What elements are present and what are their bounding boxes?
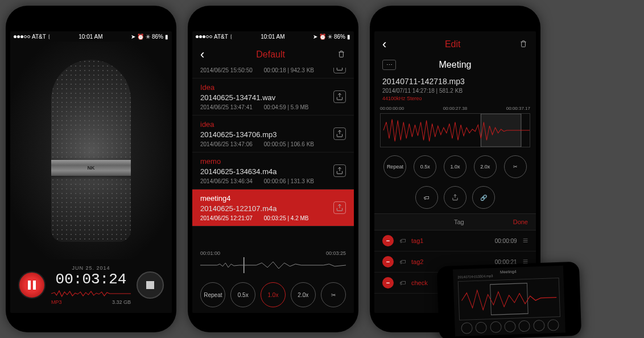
item-duration-size: 00:00:18 | 942.3 KB [264,68,314,73]
wave-time-start: 00:00:00:00 [380,106,404,111]
tag-button[interactable]: 🏷 [415,186,438,209]
repeat-button[interactable]: Repeat [383,155,406,178]
signal-icon [14,35,30,38]
item-title: idea [200,120,346,129]
link-icon: 🔗 [480,195,487,201]
tag-time: 00:00:09 [495,238,517,244]
carrier: AT&T [32,34,46,40]
item-date: 2014/06/25 15:50:50 [200,68,253,73]
tag-icon: 🏷 [424,195,430,201]
tag-item[interactable]: −🏷tag100:00:09≡ [374,230,536,252]
location-icon: ➤ [131,34,135,40]
mini-buttons [459,319,561,334]
item-share-button[interactable] [333,201,346,214]
item-share-button[interactable] [333,90,346,103]
record-size: 3.32 GB [112,299,131,305]
item-title: memo [200,157,346,166]
item-title: Idea [200,83,346,92]
list-item[interactable]: memo20140625-134634.m4a2014/06/25 13:46:… [192,152,354,189]
recordings-list: 20140625-155050.m4a2014/06/25 15:50:5000… [192,68,354,247]
speed-05x-button[interactable]: 0.5x [414,155,436,178]
speed-05x-button[interactable]: 0.5x [230,282,255,307]
speed-10x-button[interactable]: 1.0x [444,155,467,178]
item-duration-size: 00:00:06 | 131.3 KB [264,178,314,184]
delete-button[interactable] [519,39,528,50]
bluetooth-icon: ⚹ [146,33,150,40]
item-filename: 20140625-134741.wav [200,93,346,102]
alarm-icon: ⏰ [137,34,144,40]
edit-filename: 20140711-142718.mp3 [382,77,528,86]
record-waveform [51,289,131,298]
battery-pct: 86% [152,34,163,40]
stop-icon [146,281,154,289]
status-time: 10:01 AM [261,34,284,40]
item-duration-size: 00:03:25 | 4.2 MB [264,215,309,221]
alarm-icon: ⏰ [319,34,326,40]
link-button[interactable]: 🔗 [472,186,495,209]
item-share-button[interactable] [333,127,346,140]
item-title: meeting4 [200,194,346,203]
tag-header: Tag [454,219,464,225]
delete-button[interactable] [337,50,346,60]
wave-time-end: 00:00:37.17 [506,106,530,111]
share-button[interactable] [444,186,467,209]
item-share-button[interactable] [333,164,346,177]
phone-edit: ‹ Edit ⋯ Meeting 20140711-142718.mp3 201… [370,6,540,332]
speed-20x-button[interactable]: 2.0x [474,155,497,178]
item-share-button[interactable] [333,68,346,73]
back-button[interactable]: ‹ [382,37,386,52]
microphone-graphic: NK [10,42,172,259]
wave-time-mid: 00:00:27.38 [443,106,467,111]
battery-icon: ▮ [347,34,350,40]
repeat-button[interactable]: Repeat [200,282,225,307]
mini-waveform [458,278,560,320]
item-filename: 20140625-134706.mp3 [200,130,346,139]
record-format: MP3 [51,299,62,305]
status-bar: AT&T ⧙ 10:01 AM ➤ ⏰ ⚹ 86% ▮ [10,31,172,42]
pause-button[interactable] [18,271,46,299]
back-button[interactable]: ‹ [200,47,204,62]
status-bar: AT&T ⧙ 10:01 AM ➤ ⏰ ⚹ 86% ▮ [192,31,354,42]
record-timer: 00:03:24 [51,271,131,288]
speed-20x-button[interactable]: 2.0x [291,282,316,307]
carrier: AT&T [214,34,228,40]
edit-title: Edit [445,39,461,50]
edit-subtitle: Meeting [402,60,509,70]
item-filename: 20140625-134634.m4a [200,167,346,176]
trim-button[interactable]: ✂ [504,155,527,178]
trim-button[interactable]: ✂ [321,282,346,307]
tag-delete-button[interactable]: − [382,277,394,288]
tag-delete-button[interactable]: − [382,256,394,267]
signal-icon [196,35,212,38]
location-icon: ➤ [313,34,317,40]
list-item[interactable]: 20140625-155050.m4a2014/06/25 15:50:5000… [192,68,354,79]
phone-list: AT&T ⧙ 10:01 AM ➤ ⏰ ⚹ 86% ▮ ‹ Default 20… [188,6,358,332]
seek-position: 00:01:00 [200,250,220,256]
wifi-icon: ⧙ [230,34,233,40]
edit-file-meta: 2014/07/11 14:27:18 | 581.2 KB [382,88,528,94]
battery-pct: 86% [334,34,345,40]
pause-icon [28,281,36,290]
item-duration-size: 00:04:59 | 5.9 MB [264,104,309,110]
item-duration-size: 00:00:05 | 106.6 KB [264,141,314,147]
stop-button[interactable] [137,271,164,299]
seek-waveform[interactable] [200,257,346,273]
list-item[interactable]: idea20140625-134706.mp32014/06/25 13:47:… [192,116,354,152]
list-item[interactable]: meeting420140625-122107.m4a2014/06/25 12… [192,189,354,226]
list-item[interactable]: Idea20140625-134741.wav2014/06/25 13:47:… [192,79,354,116]
phone-recorder: AT&T ⧙ 10:01 AM ➤ ⏰ ⚹ 86% ▮ NK JUN 25. 2… [6,6,176,332]
tag-name: tag2 [411,258,489,265]
speed-10x-button[interactable]: 1.0x [261,282,286,307]
status-time: 10:01 AM [79,34,102,40]
edit-encoding: 44100kHz Stereo [382,96,528,101]
tag-icon: 🏷 [399,258,406,265]
item-date: 2014/06/25 13:47:41 [200,104,253,110]
done-button[interactable]: Done [513,219,528,225]
scissors-icon: ✂ [513,164,518,170]
tag-delete-button[interactable]: − [382,235,394,246]
mic-brand: NK [51,160,131,176]
edit-waveform[interactable] [380,113,530,147]
wifi-icon: ⧙ [48,34,51,40]
tag-drag-handle[interactable]: ≡ [523,236,528,246]
message-icon[interactable]: ⋯ [382,60,396,70]
